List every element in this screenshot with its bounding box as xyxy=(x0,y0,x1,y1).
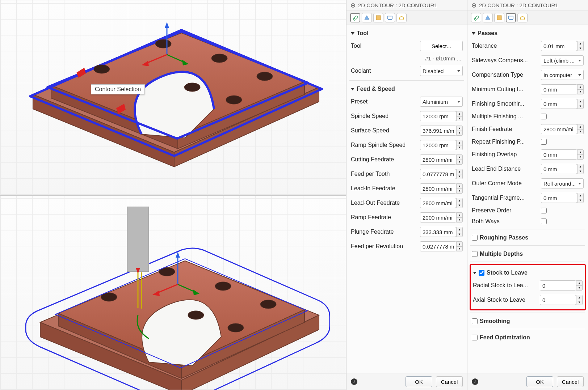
info-icon[interactable]: i xyxy=(472,378,478,385)
tolerance-input[interactable] xyxy=(541,41,577,51)
section-tool-header[interactable]: Tool xyxy=(351,27,463,39)
ramp-feedrate-input[interactable] xyxy=(420,212,456,222)
section-multiple-depths-header[interactable]: Multiple Depths xyxy=(472,248,584,259)
ok-button[interactable]: OK xyxy=(406,376,432,387)
radial-stock-to-lea-step-up[interactable]: ▲ xyxy=(576,281,582,286)
plunge-feedrate-input[interactable] xyxy=(420,227,456,237)
multiple-depths-checkbox[interactable] xyxy=(472,251,478,257)
lead-end-distance-input[interactable] xyxy=(541,164,577,174)
finish-feedrate-input[interactable] xyxy=(541,124,577,134)
preserve-order-checkbox[interactable] xyxy=(541,208,547,213)
feed-per-tooth-input[interactable] xyxy=(420,169,456,179)
spindle-speed-step-down[interactable]: ▼ xyxy=(457,116,462,121)
minimum-cutting-i-step-up[interactable]: ▲ xyxy=(578,85,583,90)
tab-passes[interactable] xyxy=(506,13,516,22)
tab-linking[interactable] xyxy=(517,13,528,22)
spindle-speed-input[interactable] xyxy=(420,111,456,121)
roughing-passes-checkbox[interactable] xyxy=(472,235,478,241)
axial-stock-to-leave-input[interactable] xyxy=(540,295,576,305)
spindle-speed-step-up[interactable]: ▲ xyxy=(457,111,462,116)
finishing-smoothir-step-up[interactable]: ▲ xyxy=(578,99,583,104)
viewport-bottom[interactable] xyxy=(0,195,346,390)
minimize-icon[interactable] xyxy=(351,3,355,8)
ramp-feedrate-step-down[interactable]: ▼ xyxy=(457,218,462,222)
tab-geometry[interactable] xyxy=(483,13,493,22)
lead-in-feedrate-step-down[interactable]: ▼ xyxy=(457,189,462,194)
feed-per-tooth-step-down[interactable]: ▼ xyxy=(457,174,462,179)
ramp-spindle-speed-input[interactable] xyxy=(420,140,456,150)
axial-stock-to-leave-step-up[interactable]: ▲ xyxy=(576,295,582,300)
surface-speed-input[interactable] xyxy=(420,126,456,136)
outer-corner-mode-select[interactable]: Roll around... xyxy=(541,178,584,188)
section-feed-header[interactable]: Feed & Speed xyxy=(351,83,463,94)
repeat-finishing-p-checkbox[interactable] xyxy=(541,139,547,145)
tangential-fragme-step-down[interactable]: ▼ xyxy=(578,198,583,203)
section-smoothing-header[interactable]: Smoothing xyxy=(472,315,584,327)
ramp-feedrate-step-up[interactable]: ▲ xyxy=(457,213,462,218)
compensation-type-select[interactable]: In computer xyxy=(541,70,584,80)
finishing-smoothir-input[interactable] xyxy=(541,99,577,109)
ramp-spindle-speed-step-up[interactable]: ▲ xyxy=(457,140,462,145)
stock-to-leave-checkbox[interactable] xyxy=(479,270,484,276)
info-icon[interactable]: i xyxy=(351,378,357,385)
cancel-button[interactable]: Cancel xyxy=(557,376,584,387)
lead-end-distance-step-down[interactable]: ▼ xyxy=(578,169,583,174)
tab-geometry[interactable] xyxy=(362,13,372,22)
feed-optimization-checkbox[interactable] xyxy=(472,335,478,340)
multiple-finishing-checkbox[interactable] xyxy=(541,114,547,119)
cutting-feedrate-step-up[interactable]: ▲ xyxy=(457,155,462,160)
surface-speed-step-down[interactable]: ▼ xyxy=(457,131,462,136)
tab-heights[interactable] xyxy=(373,13,383,22)
tab-linking[interactable] xyxy=(396,13,407,22)
tolerance-step-down[interactable]: ▼ xyxy=(578,46,583,51)
sideways-compens-select[interactable]: Left (climb ... xyxy=(541,55,584,65)
coolant-select[interactable]: Disabled xyxy=(420,66,463,76)
ok-button[interactable]: OK xyxy=(526,376,553,387)
viewport-top[interactable]: Contour Selection xyxy=(0,0,346,195)
tangential-fragme-input[interactable] xyxy=(541,193,577,203)
finishing-smoothir-step-down[interactable]: ▼ xyxy=(578,104,583,109)
finishing-overlap-input[interactable] xyxy=(541,149,577,160)
lead-out-feedrate-step-up[interactable]: ▲ xyxy=(457,198,462,203)
lead-out-feedrate-input[interactable] xyxy=(420,198,456,208)
tab-tool[interactable] xyxy=(471,13,481,22)
tab-heights[interactable] xyxy=(494,13,504,22)
surface-speed-step-up[interactable]: ▲ xyxy=(457,126,462,131)
feed-per-revolution-input[interactable] xyxy=(420,241,456,251)
plunge-feedrate-step-up[interactable]: ▲ xyxy=(457,227,462,232)
tangential-fragme-step-up[interactable]: ▲ xyxy=(578,193,583,198)
section-stock-to-leave-header[interactable]: Stock to Leave xyxy=(473,267,583,278)
tool-select-button[interactable]: Select... xyxy=(420,41,463,51)
cancel-button[interactable]: Cancel xyxy=(436,376,463,387)
both-ways-checkbox[interactable] xyxy=(541,219,547,224)
feed-per-revolution-step-down[interactable]: ▼ xyxy=(457,247,462,251)
tab-tool[interactable] xyxy=(350,13,360,22)
tolerance-step-up[interactable]: ▲ xyxy=(578,41,583,46)
feed-per-tooth-step-up[interactable]: ▲ xyxy=(457,169,462,174)
cutting-feedrate-input[interactable] xyxy=(420,154,456,165)
plunge-feedrate-step-down[interactable]: ▼ xyxy=(457,232,462,237)
radial-stock-to-lea-input[interactable] xyxy=(540,280,576,291)
finishing-overlap-step-up[interactable]: ▲ xyxy=(578,150,583,155)
feed-per-revolution-step-up[interactable]: ▲ xyxy=(457,242,462,247)
ramp-spindle-speed-step-down[interactable]: ▼ xyxy=(457,145,462,150)
tab-passes[interactable] xyxy=(385,13,395,22)
section-passes-header[interactable]: Passes xyxy=(472,27,584,39)
minimum-cutting-i-input[interactable] xyxy=(541,84,577,94)
section-roughing-header[interactable]: Roughing Passes xyxy=(472,232,584,243)
lead-end-distance-step-up[interactable]: ▲ xyxy=(578,164,583,169)
lead-out-feedrate-step-down[interactable]: ▼ xyxy=(457,203,462,208)
axial-stock-to-leave-step-down[interactable]: ▼ xyxy=(576,300,582,305)
lead-in-feedrate-input[interactable] xyxy=(420,183,456,194)
minimum-cutting-i-step-down[interactable]: ▼ xyxy=(578,90,583,94)
smoothing-checkbox[interactable] xyxy=(472,318,478,324)
section-feed-opt-header[interactable]: Feed Optimization xyxy=(472,331,584,343)
radial-stock-to-lea-step-down[interactable]: ▼ xyxy=(576,286,582,291)
finish-feedrate-step-up[interactable]: ▲ xyxy=(578,124,583,130)
finish-feedrate-step-down[interactable]: ▼ xyxy=(578,130,583,134)
preset-select[interactable]: Aluminium xyxy=(420,97,463,107)
finishing-overlap-step-down[interactable]: ▼ xyxy=(578,155,583,160)
cutting-feedrate-step-down[interactable]: ▼ xyxy=(457,160,462,165)
minimize-icon[interactable] xyxy=(472,3,476,8)
lead-in-feedrate-step-up[interactable]: ▲ xyxy=(457,184,462,189)
